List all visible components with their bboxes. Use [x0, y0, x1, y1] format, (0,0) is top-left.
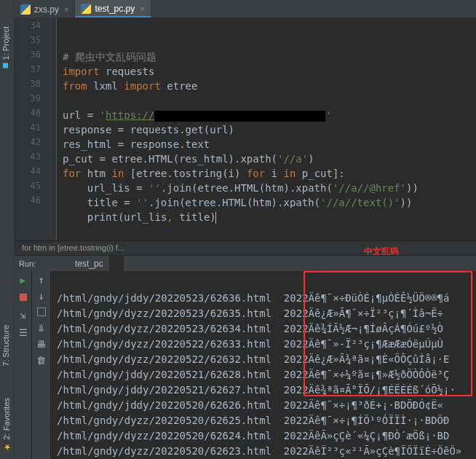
run-tool-header: Run:	[15, 255, 55, 271]
left-tool-window-bar: 1: Project 7: Structure ★2: Favorites	[0, 0, 15, 459]
up-stack-button[interactable]: ↑	[36, 274, 47, 286]
unknown-action-button[interactable]: ☰	[17, 326, 29, 338]
console-output[interactable]: /html/gndy/jddy/20220523/62636.html 2022…	[51, 271, 476, 459]
run-toolbar-inner: ↑ ↓ ⥥ 🖶 🗑	[32, 271, 51, 459]
structure-tool-tab[interactable]: 7: Structure	[0, 321, 12, 371]
close-icon[interactable]: ×	[64, 5, 68, 14]
line-number-gutter: 34 35 36 37 38 39 40 41 42 43 44 45 46	[15, 17, 47, 240]
run-config-tab[interactable]: test_pc	[55, 255, 109, 271]
redacted-url	[154, 111, 325, 122]
fold-column	[47, 17, 57, 240]
unknown-action-button[interactable]: ⇲	[17, 309, 29, 321]
close-icon[interactable]: ×	[140, 4, 144, 13]
print-button[interactable]: 🖶	[36, 338, 47, 350]
favorites-tool-tab[interactable]: ★2: Favorites	[0, 393, 12, 456]
soft-wrap-button[interactable]	[36, 306, 47, 318]
editor-tab-test-pc[interactable]: test_pc.py×	[75, 0, 151, 17]
annotation-highlight-box	[304, 271, 472, 396]
run-tool-window: ▶ ⇲ ☰ ↑ ↓ ⥥ 🖶 🗑 /html/gndy/jddy/20220523…	[15, 271, 476, 459]
down-stack-button[interactable]: ↓	[36, 290, 47, 302]
project-tool-tab[interactable]: 1: Project	[0, 22, 12, 72]
text-caret	[215, 212, 216, 224]
run-tab-rest	[124, 255, 476, 271]
scroll-to-end-button[interactable]: ⥥	[36, 322, 47, 334]
run-toolbar-left: ▶ ⇲ ☰	[15, 271, 32, 459]
python-file-icon	[81, 4, 91, 14]
editor-tab-bar: zxs.py× test_pc.py×	[15, 0, 476, 17]
clear-all-button[interactable]: 🗑	[36, 354, 47, 366]
breadcrumb-bar[interactable]: for htm in [etree.tostring(i) f...	[15, 240, 476, 255]
stop-button[interactable]	[17, 291, 29, 303]
python-file-icon	[61, 259, 71, 269]
code-area[interactable]: # 爬虫中文乱码问题 import requests from lxml imp…	[57, 17, 476, 240]
python-file-icon	[20, 4, 31, 15]
rerun-button[interactable]: ▶	[17, 274, 29, 286]
editor-tab-zxs[interactable]: zxs.py×	[15, 0, 75, 17]
code-editor[interactable]: 34 35 36 37 38 39 40 41 42 43 44 45 46 #…	[15, 17, 476, 240]
